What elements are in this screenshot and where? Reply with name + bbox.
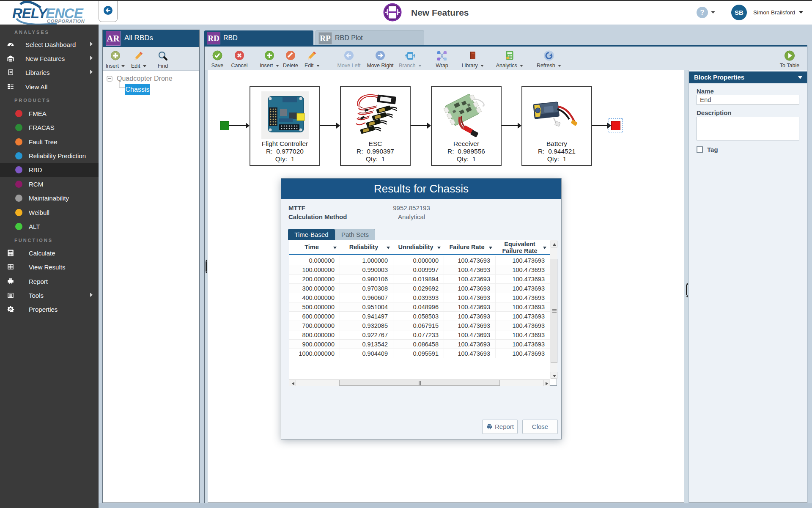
svg-text:CORPORATION: CORPORATION — [47, 19, 85, 24]
svg-text:RELY: RELY — [12, 5, 49, 21]
